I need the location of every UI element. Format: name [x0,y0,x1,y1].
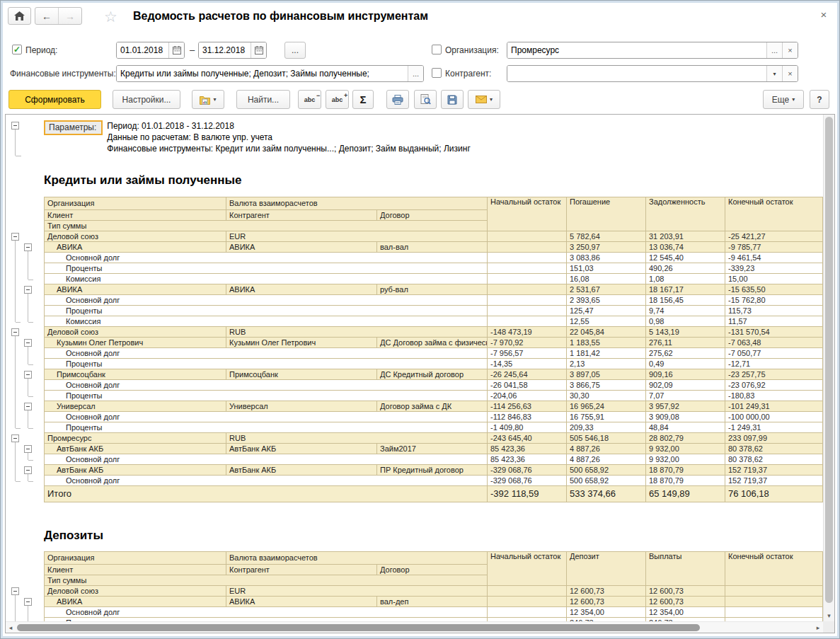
cell-amount[interactable]: -329 068,76 [488,476,567,486]
cell-amount[interactable] [488,231,567,242]
cell-amount[interactable]: -114 256,63 [488,401,567,412]
header-contract[interactable]: Договор [377,210,488,221]
period-checkbox[interactable]: ✓ [12,45,22,54]
cell-amount[interactable]: 2 393,65 [567,295,646,306]
preview-button[interactable] [414,90,437,109]
home-button[interactable] [8,7,31,25]
instruments-input[interactable] [117,66,408,81]
group-collapse-button[interactable] [24,339,32,347]
cell-contract[interactable]: ДС Кредитный договор [377,369,488,380]
counterparty-checkbox[interactable] [432,68,442,78]
cell-amount[interactable]: 5 143,19 [646,327,725,338]
group-collapse-button[interactable] [24,403,32,410]
cell-sum-type[interactable]: Проценты [45,391,488,401]
cell-client[interactable]: Универсал [45,401,226,412]
cell-sum-type[interactable]: Основной долг [45,412,488,422]
cell-amount[interactable]: 12 545,40 [646,253,725,263]
header-sum-type[interactable]: Тип суммы [45,221,488,231]
cell-total-amount[interactable]: 65 149,89 [646,486,725,502]
cell-amount[interactable]: -131 570,54 [725,327,823,338]
cell-amount[interactable]: -7 970,92 [488,338,567,348]
cell-amount[interactable]: -7 050,77 [725,348,823,359]
cell-amount[interactable] [488,253,567,263]
cell-contragent[interactable]: Кузьмин Олег Петрович [226,338,377,348]
cell-amount[interactable]: -26 245,64 [488,369,567,380]
cell-amount[interactable]: 80 378,62 [725,444,823,454]
cell-amount[interactable]: 1 183,55 [567,338,646,348]
cell-amount[interactable]: 22 045,84 [567,327,646,338]
cell-amount[interactable]: -23 076,92 [725,380,823,391]
cell-total-amount[interactable]: 76 106,18 [725,486,823,502]
header-measure[interactable]: Начальный остаток [488,552,567,586]
cell-amount[interactable] [488,295,567,306]
header-currency[interactable]: Валюта взаиморасчетов [226,552,488,565]
cell-amount[interactable]: -15 762,80 [725,295,823,306]
cell-amount[interactable]: -23 257,75 [725,369,823,380]
cell-amount[interactable]: 1,08 [646,274,725,284]
header-contract[interactable]: Договор [377,565,488,575]
cell-total-amount[interactable]: 533 374,66 [567,486,646,502]
cell-sum-type[interactable]: Проценты [45,263,488,274]
header-client[interactable]: Клиент [45,210,226,221]
organization-clear-button[interactable]: × [782,42,798,58]
cell-amount[interactable]: 28 802,79 [646,433,725,444]
header-client[interactable]: Клиент [45,565,226,575]
cell-amount[interactable]: 1 181,42 [567,348,646,359]
cell-client[interactable]: АВИКА [45,597,226,607]
cell-amount[interactable]: 85 423,36 [488,454,567,465]
vertical-scrollbar[interactable]: ▾ [823,115,834,621]
cell-amount[interactable]: 5 782,64 [567,231,646,242]
cell-contract[interactable]: Займ2017 [377,444,488,454]
cell-currency[interactable]: EUR [226,586,488,597]
cell-amount[interactable]: -12,71 [725,359,823,369]
cell-sum-type[interactable]: Проценты [45,306,488,316]
cell-amount[interactable]: -180,83 [725,391,823,401]
cell-amount[interactable]: -329 068,76 [488,465,567,476]
cell-amount[interactable]: 16,08 [567,274,646,284]
scroll-down-arrow[interactable]: ▾ [824,612,834,619]
cell-amount[interactable]: 902,09 [646,380,725,391]
cell-amount[interactable]: 2,13 [567,359,646,369]
header-measure[interactable]: Погашение [567,197,646,231]
cell-contract[interactable]: ПР Кредитный договор [377,465,488,476]
cell-amount[interactable]: 12 600,73 [567,586,646,597]
cell-client[interactable]: АВИКА [45,242,226,253]
more-button[interactable]: Еще ▾ [763,90,804,109]
cell-client[interactable]: Примсоцбанк [45,369,226,380]
period-from-input[interactable] [117,42,168,58]
cell-amount[interactable]: 18 156,45 [646,295,725,306]
header-org[interactable]: Организация [45,197,226,210]
cell-client[interactable]: АвтБанк АКБ [45,465,226,476]
cell-client[interactable]: АВИКА [45,284,226,295]
cell-amount[interactable]: 152 719,37 [725,465,823,476]
cell-amount[interactable]: 3 250,97 [567,242,646,253]
cell-amount[interactable]: -15 635,50 [725,284,823,295]
cell-amount[interactable]: 16 965,24 [567,401,646,412]
cell-amount[interactable]: 3 957,92 [646,401,725,412]
favorite-star-icon[interactable]: ☆ [104,8,117,25]
period-to-input[interactable] [199,42,251,58]
cell-amount[interactable] [488,263,567,274]
cell-amount[interactable]: 12 600,73 [646,597,725,607]
cell-amount[interactable]: -9 461,54 [725,253,823,263]
group-collapse-button[interactable] [24,466,32,474]
cell-amount[interactable] [488,597,567,607]
cell-amount[interactable]: 12 600,73 [567,597,646,607]
cell-client[interactable]: АвтБанк АКБ [45,444,226,454]
cell-amount[interactable] [488,274,567,284]
cell-amount[interactable]: 0,98 [646,316,725,327]
cell-amount[interactable]: 48,84 [646,422,725,433]
cell-organization[interactable]: Деловой союз [45,231,226,242]
cell-amount[interactable]: -1 409,80 [488,422,567,433]
forward-button[interactable]: → [59,8,81,24]
group-collapse-button[interactable] [11,587,19,595]
header-measure[interactable]: Конечный остаток [725,197,823,231]
cell-amount[interactable]: 9 932,00 [646,454,725,465]
cell-currency[interactable]: RUB [226,433,488,444]
cell-sum-type[interactable]: Основной долг [45,476,488,486]
close-button[interactable]: × [817,8,830,21]
cell-contragent[interactable]: АВИКА [226,242,377,253]
cell-amount[interactable]: 13 036,74 [646,242,725,253]
cell-amount[interactable]: 15,00 [725,274,823,284]
header-measure[interactable]: Начальный остаток [488,197,567,231]
